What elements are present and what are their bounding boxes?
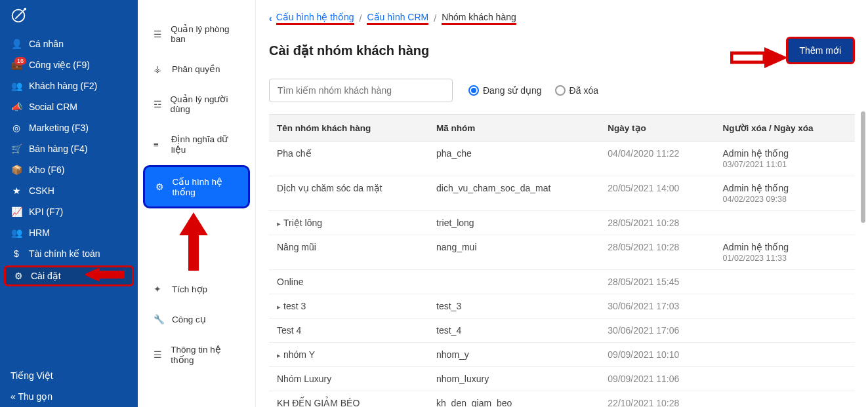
- search-input[interactable]: [269, 79, 453, 102]
- expand-caret-icon[interactable]: [277, 349, 283, 360]
- table-row[interactable]: Triệt lôngtriet_long28/05/2021 10:28: [269, 211, 855, 235]
- table-row[interactable]: Online28/05/2021 15:45: [269, 270, 855, 294]
- breadcrumb-item-0[interactable]: Cấu hình hệ thống: [276, 12, 354, 25]
- cell-created: 09/09/2021 11:06: [600, 367, 714, 391]
- col-header-1[interactable]: Mã nhóm: [428, 115, 600, 142]
- col-header-3[interactable]: Người xóa / Ngày xóa: [715, 115, 855, 142]
- cell-name: nhóm Y: [269, 343, 428, 367]
- settings-label: Tích hợp: [172, 284, 207, 294]
- cell-name: Dịch vụ chăm sóc da mặt: [269, 176, 428, 211]
- settings-label: Thông tin hệ thống: [171, 344, 239, 365]
- radio-deleted[interactable]: Đã xóa: [555, 85, 598, 96]
- scrollbar-thumb[interactable]: [861, 111, 865, 223]
- primary-sidebar: 👤Cá nhân💼Công việc (F9)16👥Khách hàng (F2…: [0, 0, 138, 407]
- cell-deleted: Admin hệ thống04/02/2023 09:38: [715, 176, 855, 211]
- nav-label: Marketing (F3): [29, 123, 89, 133]
- breadcrumb-item-1[interactable]: Cấu hình CRM: [367, 12, 428, 25]
- radio-dot-off-icon: [555, 85, 566, 96]
- annotation-arrow-up: [177, 212, 210, 271]
- box-icon: 📦: [10, 165, 22, 175]
- collapse-sidebar[interactable]: « Thu gọn: [0, 386, 138, 407]
- cell-name: Triệt lông: [269, 211, 428, 235]
- expand-caret-icon[interactable]: [277, 301, 283, 311]
- cell-code: nhom_luxury: [428, 367, 600, 391]
- settings-item-2[interactable]: ☲Quản lý người dùng: [143, 85, 250, 123]
- nav-label: Công việc (F9): [29, 60, 90, 70]
- wrench-icon: 🔧: [154, 314, 165, 324]
- table-row[interactable]: Pha chếpha_che04/04/2020 11:22Admin hệ t…: [269, 142, 855, 176]
- nav-item-2[interactable]: 👥Khách hàng (F2): [0, 75, 138, 96]
- cell-name: Test 4: [269, 319, 428, 343]
- cell-code: test_3: [428, 294, 600, 319]
- nav-item-5[interactable]: 🛒Bán hàng (F4): [0, 138, 138, 159]
- breadcrumb-item-2[interactable]: Nhóm khách hàng: [442, 12, 516, 25]
- nav-item-0[interactable]: 👤Cá nhân: [0, 33, 138, 54]
- settings-item-1[interactable]: ⚶Phân quyền: [143, 54, 250, 83]
- nav-badge: 16: [14, 57, 26, 65]
- nav-item-9[interactable]: 👥HRM: [0, 222, 138, 243]
- target-icon: ◎: [10, 123, 22, 133]
- breadcrumb-back-icon[interactable]: ‹: [269, 13, 272, 24]
- table-row[interactable]: KH ĐẾN GIẢM BÉOkh_den_giam_beo22/10/2021…: [269, 391, 855, 408]
- nav-item-7[interactable]: ★CSKH: [0, 180, 138, 201]
- language-selector[interactable]: Tiếng Việt: [0, 365, 138, 386]
- settings-item-6[interactable]: 🔧Công cụ: [143, 305, 250, 334]
- nav-label: KPI (F7): [29, 206, 63, 217]
- settings-item-4[interactable]: ⚙Cấu hình hệ thống: [143, 165, 250, 208]
- nav-item-8[interactable]: 📈KPI (F7): [0, 201, 138, 222]
- filter-bar: Đang sử dụng Đã xóa: [269, 79, 855, 102]
- settings-label: Công cụ: [172, 314, 206, 324]
- col-header-2[interactable]: Ngày tạo: [600, 115, 714, 142]
- nav-label: Tài chính kế toán: [29, 248, 100, 259]
- settings-item-0[interactable]: ☰Quản lý phòng ban: [143, 14, 250, 53]
- cell-deleted: [715, 367, 855, 391]
- table-row[interactable]: Nâng mũinang_mui28/05/2021 10:28Admin hệ…: [269, 235, 855, 270]
- chevrons-left-icon: «: [10, 391, 16, 402]
- table-row[interactable]: Nhóm Luxurynhom_luxury09/09/2021 11:06: [269, 367, 855, 391]
- page-title: Cài đặt nhóm khách hàng: [269, 43, 429, 58]
- cell-created: 28/05/2021 15:45: [600, 270, 714, 294]
- table-row[interactable]: Dịch vụ chăm sóc da mặtdich_vu_cham_soc_…: [269, 176, 855, 211]
- table-row[interactable]: Test 4test_430/06/2021 17:06: [269, 319, 855, 343]
- list-icon: ≡: [154, 140, 165, 149]
- cell-created: 09/09/2021 10:10: [600, 343, 714, 367]
- gear-icon: ⚙: [12, 271, 24, 281]
- settings-item-7[interactable]: ☰Thông tin hệ thống: [143, 335, 250, 374]
- table-row[interactable]: test 3test_330/06/2021 17:03: [269, 294, 855, 319]
- sidebar-footer: Tiếng Việt « Thu gọn: [0, 365, 138, 407]
- settings-item-3[interactable]: ≡Định nghĩa dữ liệu: [143, 125, 250, 164]
- cell-deleted: Admin hệ thống01/02/2023 11:33: [715, 235, 855, 270]
- cell-name: KH ĐẾN GIẢM BÉO: [269, 391, 428, 408]
- cell-deleted: [715, 391, 855, 408]
- expand-caret-icon[interactable]: [277, 218, 283, 228]
- nav-item-6[interactable]: 📦Kho (F6): [0, 159, 138, 180]
- settings-item-5[interactable]: ✦Tích hợp: [143, 275, 250, 303]
- add-new-button[interactable]: Thêm mới: [786, 37, 855, 64]
- nav-label: Bán hàng (F4): [29, 144, 88, 154]
- collapse-label: Thu gọn: [18, 391, 52, 402]
- megaphone-icon: 📣: [10, 102, 22, 112]
- nav-item-11[interactable]: ⚙Cài đặt: [4, 265, 134, 286]
- cell-code: dich_vu_cham_soc_da_mat: [428, 176, 600, 211]
- table-row[interactable]: nhóm Ynhom_y09/09/2021 10:10: [269, 343, 855, 367]
- nav-item-4[interactable]: ◎Marketing (F3): [0, 117, 138, 138]
- nav-item-3[interactable]: 📣Social CRM: [0, 96, 138, 117]
- settings-label: Phân quyền: [172, 64, 220, 74]
- cell-deleted: [715, 343, 855, 367]
- sitemap-icon: ⚶: [154, 64, 165, 74]
- customer-group-table: Tên nhóm khách hàngMã nhómNgày tạoNgười …: [269, 114, 855, 407]
- nav-label: Cá nhân: [29, 39, 64, 49]
- col-header-0[interactable]: Tên nhóm khách hàng: [269, 115, 428, 142]
- cell-name: Pha chế: [269, 142, 428, 176]
- radio-using[interactable]: Đang sử dụng: [468, 85, 542, 96]
- nav-item-1[interactable]: 💼Công việc (F9)16: [0, 54, 138, 75]
- nav-item-10[interactable]: $Tài chính kế toán: [0, 243, 138, 264]
- sliders-icon: ☰: [154, 29, 164, 39]
- settings-label: Cấu hình hệ thống: [173, 176, 238, 197]
- cell-code: kh_den_giam_beo: [428, 391, 600, 408]
- chart-icon: 📈: [10, 206, 22, 217]
- cell-created: 30/06/2021 17:06: [600, 319, 714, 343]
- cell-code: pha_che: [428, 142, 600, 176]
- settings-label: Quản lý phòng ban: [171, 24, 239, 44]
- cell-code: test_4: [428, 319, 600, 343]
